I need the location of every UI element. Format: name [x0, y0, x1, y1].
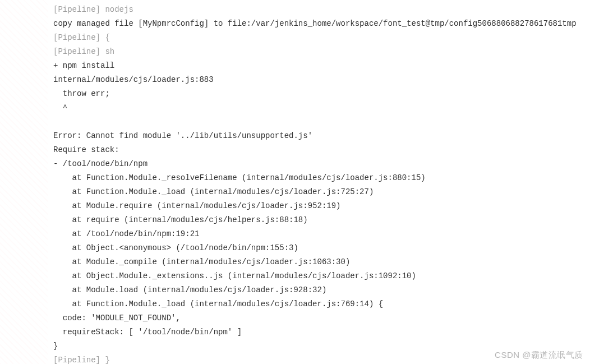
console-lines-container: [Pipeline] nodejscopy managed file [MyNp… [0, 0, 590, 364]
pipeline-marker: [Pipeline] sh [53, 47, 114, 56]
console-line: at Function.Module._load (internal/modul… [53, 185, 590, 199]
console-line: at /tool/node/bin/npm:19:21 [53, 227, 590, 241]
console-line: at Module.load (internal/modules/cjs/loa… [53, 283, 590, 297]
pipeline-marker: [Pipeline] { [53, 33, 110, 42]
console-line: at Object.<anonymous> (/tool/node/bin/np… [53, 241, 590, 255]
console-line: Error: Cannot find module '../lib/utils/… [53, 129, 590, 143]
console-line: copy managed file [MyNpmrcConfig] to fil… [53, 17, 590, 31]
console-line: at require (internal/modules/cjs/helpers… [53, 213, 590, 227]
console-line: throw err; [53, 87, 590, 101]
console-line: [Pipeline] sh [53, 45, 590, 59]
console-line: [Pipeline] nodejs [53, 3, 590, 17]
console-output: [Pipeline] nodejscopy managed file [MyNp… [0, 0, 590, 364]
left-gutter [0, 0, 48, 364]
console-line: at Function.Module._load (internal/modul… [53, 297, 590, 311]
console-line: Require stack: [53, 143, 590, 157]
pipeline-marker: [Pipeline] } [53, 356, 110, 364]
console-line: code: 'MODULE_NOT_FOUND', [53, 311, 590, 325]
watermark-text: CSDN @霸道流氓气质 [495, 350, 583, 361]
console-line [53, 115, 590, 129]
console-line: ^ [53, 101, 590, 115]
console-line: requireStack: [ '/tool/node/bin/npm' ] [53, 325, 590, 339]
console-line: at Function.Module._resolveFilename (int… [53, 171, 590, 185]
console-line: at Object.Module._extensions..js (intern… [53, 269, 590, 283]
console-line: at Module.require (internal/modules/cjs/… [53, 199, 590, 213]
console-line: [Pipeline] { [53, 31, 590, 45]
console-line: - /tool/node/bin/npm [53, 157, 590, 171]
console-line: + npm install [53, 59, 590, 73]
console-line: at Module._compile (internal/modules/cjs… [53, 255, 590, 269]
console-line: internal/modules/cjs/loader.js:883 [53, 73, 590, 87]
pipeline-marker: [Pipeline] nodejs [53, 5, 133, 14]
